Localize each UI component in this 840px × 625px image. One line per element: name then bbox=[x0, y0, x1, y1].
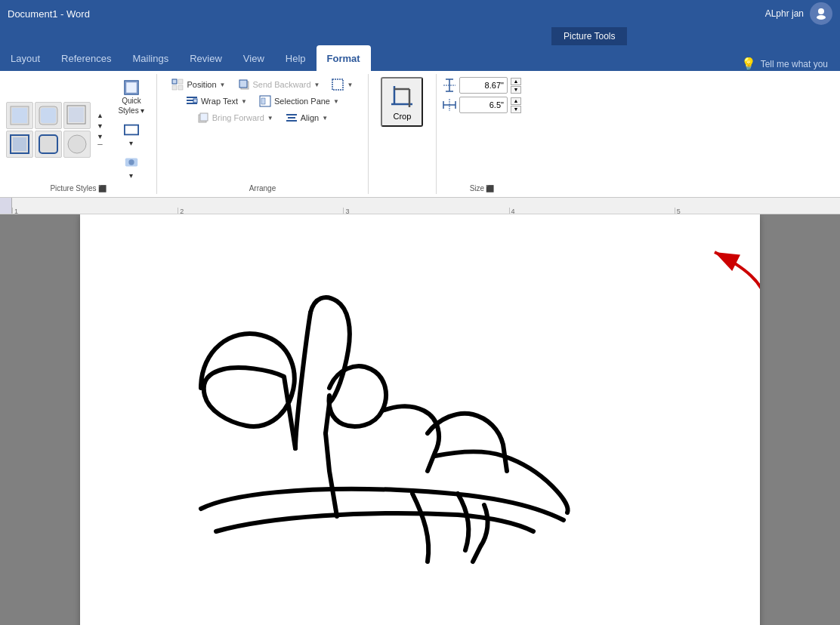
svg-rect-3 bbox=[12, 108, 27, 123]
height-row: ▲ ▼ bbox=[443, 77, 521, 94]
svg-rect-20 bbox=[178, 85, 183, 90]
wrap-text-label: Wrap Text bbox=[201, 97, 238, 106]
tab-format[interactable]: Format bbox=[317, 45, 371, 71]
height-decrement[interactable]: ▼ bbox=[511, 86, 521, 94]
user-name: ALphr jan bbox=[765, 8, 804, 19]
width-spinners: ▲ ▼ bbox=[511, 97, 521, 113]
height-icon bbox=[443, 79, 456, 92]
selection-pane-label: Selection Pane bbox=[274, 97, 330, 106]
style-preview-6[interactable] bbox=[63, 131, 91, 158]
selection-pane-button[interactable]: Selection Pane ▼ bbox=[255, 94, 344, 109]
svg-point-0 bbox=[818, 8, 824, 14]
svg-rect-14 bbox=[125, 125, 138, 135]
width-decrement[interactable]: ▼ bbox=[511, 106, 521, 113]
style-preview-1[interactable] bbox=[6, 102, 33, 129]
align-button[interactable]: Align ▼ bbox=[281, 110, 332, 125]
picture-effects-label: ▾ bbox=[129, 171, 133, 180]
width-icon bbox=[443, 98, 456, 112]
position-dropdown-arrow: ▼ bbox=[220, 82, 226, 88]
arrange-label: Arrange bbox=[249, 183, 276, 192]
svg-rect-27 bbox=[193, 99, 197, 103]
title-bar: Document1 - Word ALphr jan bbox=[0, 0, 840, 27]
height-spinners: ▲ ▼ bbox=[511, 78, 521, 94]
layout-options-arrow: ▼ bbox=[347, 82, 353, 88]
send-backward-label: Send Backward bbox=[253, 80, 311, 89]
document-page bbox=[80, 214, 760, 625]
selection-pane-arrow: ▼ bbox=[333, 98, 339, 105]
width-row: ▲ ▼ bbox=[443, 97, 521, 113]
app-title: Document1 - Word bbox=[8, 8, 90, 20]
style-preview-2[interactable] bbox=[6, 131, 33, 158]
picture-styles-content: ▲ ▼ ▼─ Quick Styles ▾ ▾ ▾ bbox=[6, 77, 150, 183]
ruler-mark-4: 4 bbox=[509, 208, 675, 214]
align-arrow: ▼ bbox=[322, 115, 328, 122]
ruler-mark-1: 1 bbox=[12, 208, 178, 214]
tab-help[interactable]: Help bbox=[275, 45, 317, 71]
more-styles-button[interactable]: ▼─ bbox=[94, 132, 107, 149]
ruler: 1 2 3 4 5 bbox=[0, 198, 840, 214]
size-expand[interactable]: ⬛ bbox=[486, 185, 494, 192]
svg-rect-24 bbox=[187, 97, 197, 98]
send-backward-button[interactable]: Send Backward ▼ bbox=[233, 77, 325, 92]
crop-content: Crop bbox=[381, 77, 423, 191]
ruler-numbers: 1 2 3 4 5 bbox=[12, 208, 840, 214]
svg-rect-5 bbox=[13, 137, 26, 151]
svg-rect-19 bbox=[172, 85, 177, 90]
send-backward-arrow: ▼ bbox=[314, 82, 320, 88]
height-input[interactable] bbox=[459, 77, 508, 94]
width-input[interactable] bbox=[459, 97, 508, 113]
style-previews bbox=[6, 102, 91, 158]
size-content: ▲ ▼ ▲ ▼ bbox=[443, 77, 521, 183]
position-button[interactable]: Position ▼ bbox=[167, 77, 230, 92]
svg-point-16 bbox=[128, 159, 134, 165]
svg-rect-34 bbox=[286, 120, 297, 122]
red-arrow bbox=[699, 245, 760, 320]
picture-styles-group: ▲ ▼ ▼─ Quick Styles ▾ ▾ ▾ bbox=[0, 74, 157, 194]
width-increment[interactable]: ▲ bbox=[511, 97, 521, 105]
svg-rect-8 bbox=[39, 135, 57, 153]
picture-styles-expand[interactable]: ⬛ bbox=[98, 185, 107, 192]
layout-options-button[interactable]: ▼ bbox=[327, 77, 357, 92]
svg-rect-10 bbox=[69, 107, 84, 122]
picture-style-buttons: Quick Styles ▾ ▾ ▾ bbox=[113, 77, 150, 183]
svg-rect-32 bbox=[286, 114, 297, 115]
scroll-down-button[interactable]: ▼ bbox=[94, 122, 107, 131]
ruler-mark-2: 2 bbox=[178, 208, 343, 214]
svg-rect-25 bbox=[187, 100, 193, 101]
picture-border-button[interactable]: ▾ bbox=[113, 119, 150, 150]
arrange-row2: Wrap Text ▼ Selection Pane ▼ bbox=[181, 94, 344, 109]
style-preview-col3 bbox=[63, 102, 91, 158]
style-preview-4[interactable] bbox=[35, 131, 62, 158]
quick-styles-button[interactable]: Quick Styles ▾ bbox=[113, 77, 150, 118]
bring-forward-arrow: ▼ bbox=[267, 115, 273, 122]
scroll-up-button[interactable]: ▲ bbox=[94, 111, 107, 120]
signature-image bbox=[156, 237, 647, 577]
bring-forward-button[interactable]: Bring Forward ▼ bbox=[193, 110, 278, 125]
height-increment[interactable]: ▲ bbox=[511, 78, 521, 85]
quick-styles-label: Quick bbox=[122, 97, 141, 105]
crop-button[interactable]: Crop bbox=[381, 77, 423, 127]
style-preview-col1 bbox=[6, 102, 33, 158]
size-group-label: Size ⬛ bbox=[470, 183, 494, 192]
quick-styles-col: ▲ ▼ ▼─ bbox=[94, 111, 107, 149]
picture-effects-button[interactable]: ▾ bbox=[113, 152, 150, 183]
style-preview-3[interactable] bbox=[35, 102, 62, 129]
tab-layout[interactable]: Layout bbox=[0, 45, 51, 71]
style-preview-5[interactable] bbox=[63, 102, 91, 129]
svg-point-11 bbox=[68, 135, 86, 153]
search-area[interactable]: 💡 Tell me what you bbox=[729, 57, 840, 71]
ruler-margin-left bbox=[0, 198, 12, 214]
picture-tools-bar: Picture Tools bbox=[0, 27, 840, 45]
tab-view[interactable]: View bbox=[233, 45, 275, 71]
arrange-row1: Position ▼ Send Backward ▼ ▼ bbox=[167, 77, 357, 92]
arrange-content: Position ▼ Send Backward ▼ ▼ Wrap Text bbox=[163, 77, 362, 183]
position-label: Position bbox=[187, 80, 216, 89]
tab-references[interactable]: References bbox=[51, 45, 122, 71]
avatar[interactable] bbox=[810, 2, 832, 25]
arrange-group: Position ▼ Send Backward ▼ ▼ Wrap Text bbox=[157, 74, 369, 194]
tab-mailings[interactable]: Mailings bbox=[122, 45, 180, 71]
ribbon-tabs: Layout References Mailings Review View H… bbox=[0, 45, 840, 71]
wrap-text-button[interactable]: Wrap Text ▼ bbox=[181, 94, 252, 109]
title-bar-left: Document1 - Word bbox=[8, 8, 90, 20]
tab-review[interactable]: Review bbox=[179, 45, 233, 71]
